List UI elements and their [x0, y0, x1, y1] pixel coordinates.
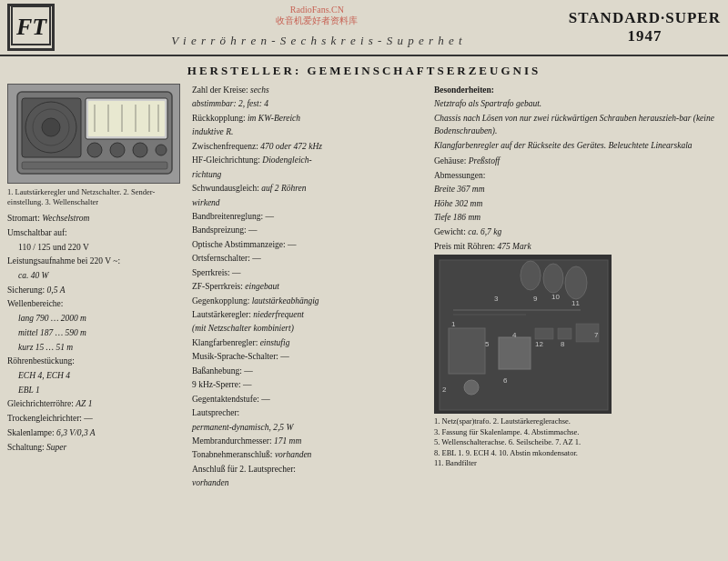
bass-label: Baßanhebung: [192, 366, 242, 376]
watermark-line1: RadioFans.CN [276, 5, 358, 15]
bspreiz-label: Bandspreizung: [192, 225, 247, 235]
svg-rect-9 [88, 101, 165, 136]
svg-point-16 [87, 143, 102, 157]
laut-val: niederfrequent [253, 310, 304, 319]
lautsprecher-val: permanent-dynamisch, 2,5 W [192, 421, 427, 434]
gegen-label: Gegenkopplung: [192, 296, 249, 306]
schwund-val2: wirkend [192, 196, 427, 209]
laut-label: Lautstärkeregler: [192, 310, 251, 319]
stromart-label: Stromart: [7, 214, 40, 223]
gehause-label: Gehäuse: [434, 156, 466, 165]
zf-val: eingebaut [245, 282, 278, 291]
sicherung-val: 0,5 A [47, 286, 66, 295]
abm-label: Abmessungen: [434, 169, 721, 182]
roehren-val2: EBL 1 [18, 384, 185, 397]
svg-text:2: 2 [442, 386, 447, 394]
right-text1: Netztrafo als Spartrafo gebaut. [434, 97, 721, 110]
logo-box: FT [7, 4, 55, 51]
abm-breite: Breite 367 mm [434, 183, 721, 195]
zeile1-label: Zahl der Kreise: [192, 85, 248, 95]
svg-text:8: 8 [561, 340, 565, 348]
svg-rect-20 [22, 162, 167, 169]
left-specs: Stromart: Wechselstrom Umschaltbar auf: … [7, 212, 185, 454]
svg-text:10: 10 [551, 293, 560, 301]
wellen-kurz: kurz 15 … 51 m [18, 341, 185, 355]
skalen-label: Skalenlampe: [7, 428, 55, 437]
svg-text:9: 9 [533, 295, 538, 303]
header: FT RadioFans.CN 收音机爱好者资料库 V i e r r ö h … [0, 0, 728, 56]
svg-rect-26 [449, 328, 485, 374]
right-text3: Klangfarbenregler auf der Rückseite des … [434, 139, 721, 152]
preis-val: 475 Mark [497, 242, 531, 251]
anschluss-label: Anschluß für 2. Lautsprecher: [192, 463, 427, 476]
middle-column: Zahl der Kreise: sechs abstimmbar: 2, fe… [192, 84, 427, 491]
zf-label: ZF-Sperrkreis: [192, 282, 243, 291]
gewicht-val: ca. 6,7 kg [468, 227, 501, 236]
svg-point-25 [521, 261, 541, 290]
header-right: STANDARD·SUPER 1947 [569, 9, 721, 46]
right-column: Besonderheiten: Netztrafo als Spartrafo … [434, 84, 721, 491]
svg-text:FT: FT [15, 14, 47, 40]
skalen-val: 6,3 V/0,3 A [56, 428, 96, 437]
svg-text:5: 5 [485, 340, 490, 348]
rueck-val2: induktive R. [192, 125, 427, 138]
abm-hoehe: Höhe 302 mm [434, 197, 721, 210]
radio-caption: 1. Lautstärkeregler und Netzschalter. 2.… [7, 187, 185, 207]
zwischen-label: Zwischenfrequenz: [192, 142, 258, 151]
svg-text:3: 3 [494, 295, 499, 303]
right-text2: Chassis nach Lösen von nur zwei rückwärt… [434, 112, 721, 138]
umschaltbar-label: Umschaltbar auf: [7, 226, 185, 240]
abm-tiefe: Tiefe 186 mm [434, 211, 721, 224]
sperr-val: — [232, 268, 241, 277]
svg-text:12: 12 [535, 340, 543, 348]
wellen-label: Wellenbereiche: [7, 297, 185, 311]
svg-point-18 [133, 143, 147, 157]
zwischen-val: 470 oder 472 kHz [260, 142, 322, 151]
hf-val2: richtung [192, 168, 427, 181]
schaltung-val: Super [46, 443, 66, 452]
chassis-caption: 1. Netz(spar)trafo. 2. Lautstärkereglera… [434, 416, 721, 468]
chassis-image: 2 1 3 4 5 6 7 8 9 10 11 12 [434, 255, 612, 414]
roehren-label: Röhrenbestückung: [7, 355, 185, 368]
radio-image [7, 84, 180, 184]
logo: FT [11, 5, 51, 49]
membran-label: Membrandurchmesser: [192, 436, 272, 446]
brand-year: 1947 [569, 27, 721, 45]
svg-rect-30 [558, 328, 571, 339]
zeile1-val: sechs [250, 85, 269, 95]
sperr-label: Sperrkreis: [192, 268, 230, 277]
svg-point-19 [156, 145, 167, 155]
brand-name: STANDARD·SUPER [569, 9, 721, 27]
bass-val: — [244, 366, 253, 376]
rueck-val: im KW-Bereich [248, 114, 300, 123]
leistung-val: ca. 40 W [18, 269, 185, 283]
wellen-lang: lang 790 … 2000 m [18, 312, 185, 326]
bspreiz-val: — [248, 225, 258, 235]
preis-label: Preis mit Röhren: [434, 242, 495, 251]
svg-text:4: 4 [512, 331, 517, 339]
header-center: RadioFans.CN 收音机爱好者资料库 V i e r r ö h r e… [66, 5, 569, 50]
schwund-val: auf 2 Röhren [261, 184, 306, 193]
svg-point-7 [42, 118, 60, 136]
ton-label: Tonabnehmeranschluß: [192, 450, 273, 459]
klang-val: einstufig [260, 338, 290, 347]
band-val: — [265, 212, 274, 221]
band-label: Bandbreitenreglung: [192, 212, 263, 221]
khz-label: 9 kHz-Sperre: [192, 380, 241, 389]
gegen2-label: Gegentaktendstufe: [192, 395, 259, 404]
trocken-val: — [84, 414, 93, 423]
leistung-label: Leistungsaufnahme bei 220 V ~: [7, 255, 185, 268]
schwund-label: Schwundausgleich: [192, 184, 259, 193]
gewicht-label: Gewicht: [434, 227, 466, 236]
hf-label: HF-Gleichrichtung: [192, 155, 260, 165]
watermark-line2: 收音机爱好者资料库 [276, 15, 358, 27]
svg-text:7: 7 [594, 331, 599, 339]
gegen-val: lautstärkeabhängig [252, 296, 319, 306]
left-column: 1. Lautstärkeregler und Netzschalter. 2.… [7, 84, 185, 491]
svg-text:1: 1 [451, 320, 456, 328]
main-title: HERSTELLER: GEMEINSCHAFTSERZEUGNIS [0, 56, 728, 84]
sicherung-label: Sicherung: [7, 286, 45, 295]
svg-rect-29 [535, 328, 553, 339]
klang-label: Klangfarbenregler: [192, 338, 258, 347]
content-area: 1. Lautstärkeregler und Netzschalter. 2.… [0, 84, 728, 491]
